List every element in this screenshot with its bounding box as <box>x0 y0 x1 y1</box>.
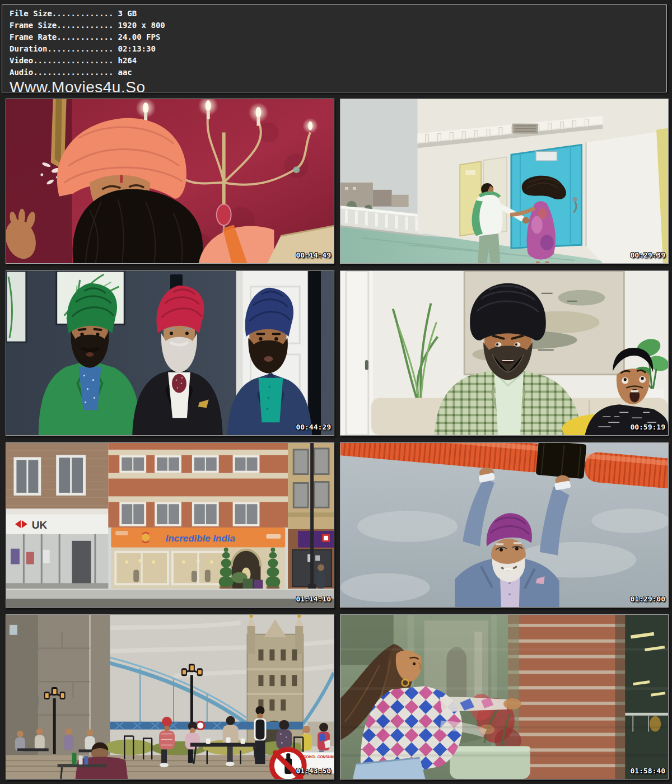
screenshot-thumbnail-5: UK <box>6 442 334 608</box>
info-label: File Size <box>10 9 52 18</box>
media-info-panel: File Size.............3 GB Frame Size...… <box>2 4 667 92</box>
dot-leader: .............. <box>47 44 113 53</box>
info-label: Video <box>10 56 33 65</box>
still-beach-huts <box>340 99 668 263</box>
info-label: Audio <box>10 68 33 77</box>
info-value: aac <box>118 68 132 77</box>
site-watermark: Www.Movies4u.So <box>10 78 666 96</box>
info-row-framesize: Frame Size............1920 x 800 <box>10 20 666 31</box>
screenshot-thumbnail-6: 01:29:00 <box>340 442 669 608</box>
timestamp-overlay: 01:29:00 <box>630 595 665 603</box>
bank-fascia <box>6 514 108 534</box>
info-row-audio: Audio.................aac <box>10 67 666 78</box>
still-street-scene: UK <box>6 443 334 607</box>
info-value: 3 GB <box>118 9 137 18</box>
screenshot-thumbnail-3: 00:44:29 <box>6 270 334 436</box>
still-running-woman <box>340 615 668 779</box>
bank-sign-text: UK <box>32 519 48 531</box>
timestamp-overlay: 01:43:50 <box>296 767 331 775</box>
info-value: h264 <box>118 56 137 65</box>
still-three-men <box>6 271 334 435</box>
info-label: Frame Size <box>10 21 57 30</box>
still-living-room <box>340 271 668 435</box>
pavement <box>6 589 334 599</box>
timestamp-overlay: 00:59:19 <box>630 423 665 431</box>
restaurant-sign-text: Incredible India <box>166 533 235 544</box>
timestamp-overlay: 00:29:39 <box>630 251 665 259</box>
still-hanging-pipe <box>340 443 668 607</box>
stone-pillar <box>39 615 110 757</box>
info-label: Frame Rate <box>10 32 57 41</box>
door-frame <box>340 271 373 435</box>
still-sadhu-closeup <box>6 99 334 263</box>
timestamp-overlay: 01:58:40 <box>630 767 665 775</box>
info-value: 02:13:30 <box>118 44 155 53</box>
screenshot-thumbnail-8: 01:58:40 <box>340 614 669 780</box>
left-building: UK <box>6 443 108 589</box>
timestamp-overlay: 01:14:10 <box>296 595 331 603</box>
bridge-deck-railing <box>109 722 303 730</box>
dot-leader: ............. <box>52 9 114 18</box>
info-label: Duration <box>10 44 47 53</box>
screenshot-thumbnail-2: 00:29:39 <box>340 99 669 264</box>
screenshot-thumbnail-7: ALCOHOL CONSUMPTION IS INJURIO 01:43:50 <box>6 614 334 780</box>
info-value: 24.00 FPS <box>118 32 160 41</box>
info-row-framerate: Frame Rate............24.00 FPS <box>10 31 666 43</box>
dot-leader: ................. <box>33 56 113 65</box>
dot-leader: ............ <box>57 21 113 30</box>
street-lamp-pole <box>310 443 314 589</box>
info-row-duration: Duration..............02:13:30 <box>10 43 666 55</box>
timestamp-overlay: 00:44:29 <box>296 423 331 431</box>
info-row-filesize: File Size.............3 GB <box>10 8 666 20</box>
still-tower-bridge-cafe: ALCOHOL CONSUMPTION IS INJURIO <box>6 615 334 779</box>
screenshot-thumbnail-1: 00:14:49 <box>6 99 334 264</box>
screenshot-grid: 00:14:49 <box>6 99 669 780</box>
incredible-india-building: Incredible India <box>108 443 288 598</box>
media-info-sheet: File Size.............3 GB Frame Size...… <box>0 0 672 784</box>
dot-leader: ................. <box>33 68 113 77</box>
screenshot-thumbnail-4: 00:59:19 <box>340 270 669 436</box>
timestamp-overlay: 00:14:49 <box>296 251 331 259</box>
info-row-video: Video.................h264 <box>10 55 666 67</box>
dot-leader: ............ <box>57 32 113 41</box>
info-value: 1920 x 800 <box>118 21 165 30</box>
road <box>6 599 334 607</box>
